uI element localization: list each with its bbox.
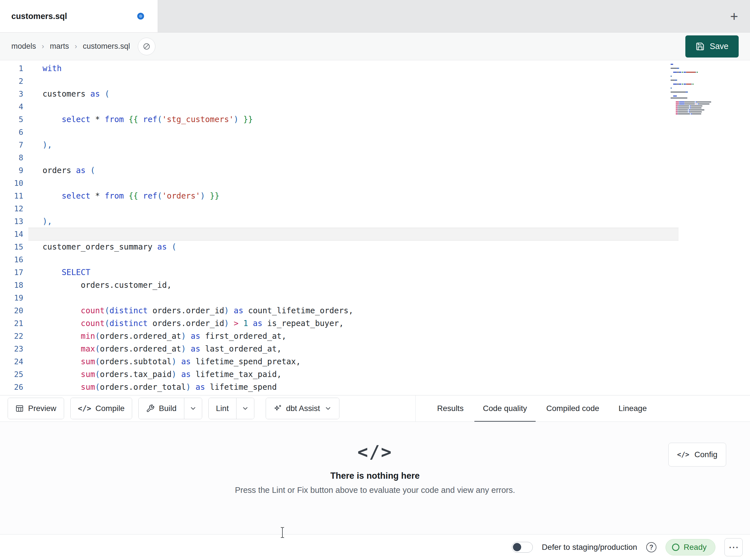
tab-code-quality[interactable]: Code quality: [473, 395, 537, 421]
save-button-label: Save: [710, 42, 728, 51]
code-line-text: [28, 228, 678, 241]
line-number: 13: [0, 215, 28, 228]
line-number: 21: [0, 317, 28, 330]
build-dropdown-button[interactable]: [184, 398, 202, 419]
file-status-button[interactable]: [138, 38, 155, 55]
code-line[interactable]: 5 select * from {{ ref('stg_customers') …: [0, 113, 750, 126]
code-line[interactable]: 16: [0, 253, 750, 266]
line-number: 6: [0, 126, 28, 139]
minimap[interactable]: [671, 64, 719, 115]
tab-results[interactable]: Results: [428, 395, 473, 421]
code-line[interactable]: 25 sum(orders.tax_paid) as lifetime_tax_…: [0, 368, 750, 381]
code-line-text: ),: [28, 139, 678, 151]
new-tab-button[interactable]: +: [726, 0, 742, 33]
code-line-text: min(orders.ordered_at) as first_ordered_…: [28, 330, 678, 343]
lint-dropdown-button[interactable]: [236, 398, 254, 419]
code-line[interactable]: 22 min(orders.ordered_at) as first_order…: [0, 330, 750, 343]
code-line-text: [28, 151, 678, 164]
line-number: 26: [0, 381, 28, 393]
breadcrumb-item-marts[interactable]: marts: [50, 42, 69, 51]
preview-button[interactable]: Preview: [8, 398, 64, 419]
ready-ring-icon: [672, 544, 679, 551]
code-line-text: sum(orders.tax_paid) as lifetime_tax_pai…: [28, 368, 678, 381]
dbt-assist-button[interactable]: dbt Assist: [266, 398, 339, 419]
code-line[interactable]: 12: [0, 202, 750, 215]
dbt-assist-button-label: dbt Assist: [286, 404, 320, 413]
chevron-down-icon: [190, 405, 197, 412]
build-button-label: Build: [159, 404, 176, 413]
config-button[interactable]: </> Config: [668, 443, 726, 466]
tab-customers-sql[interactable]: customers.sql: [0, 0, 158, 32]
lint-button[interactable]: Lint: [209, 398, 236, 419]
chevron-down-icon: [324, 405, 332, 412]
table-icon: [15, 404, 24, 413]
breadcrumb-separator-icon: ›: [42, 42, 44, 51]
line-number: 1: [0, 62, 28, 75]
code-line-text: customers as (: [28, 87, 678, 100]
circle-slash-icon: [142, 42, 151, 51]
code-line[interactable]: 10: [0, 177, 750, 189]
code-line-text: sum(orders.order_total) as lifetime_spen…: [28, 381, 678, 393]
save-button[interactable]: Save: [685, 36, 739, 58]
line-number: 4: [0, 100, 28, 113]
code-line-text: select * from {{ ref('stg_customers') }}: [28, 113, 678, 126]
lint-button-label: Lint: [216, 404, 229, 413]
line-number: 16: [0, 253, 28, 266]
panel-tabs: ResultsCode qualityCompiled codeLineage: [428, 395, 656, 421]
line-number: 20: [0, 304, 28, 317]
code-line[interactable]: 1with: [0, 62, 750, 75]
defer-toggle[interactable]: [512, 542, 533, 553]
compile-button[interactable]: </> Compile: [71, 398, 132, 419]
line-number: 3: [0, 87, 28, 100]
code-line[interactable]: 11 select * from {{ ref('orders') }}: [0, 189, 750, 202]
line-number: 19: [0, 291, 28, 304]
build-button[interactable]: Build: [139, 398, 184, 419]
code-editor[interactable]: 1with23customers as (45 select * from {{…: [0, 60, 750, 395]
editor-tab-bar: customers.sql +: [0, 0, 750, 33]
code-line-text: ),: [28, 215, 678, 228]
code-line[interactable]: 4: [0, 100, 750, 113]
code-icon: </>: [0, 442, 750, 462]
line-number: 7: [0, 139, 28, 151]
code-line[interactable]: 7),: [0, 139, 750, 151]
code-line[interactable]: 17 SELECT: [0, 266, 750, 279]
code-line[interactable]: 24 sum(orders.subtotal) as lifetime_spen…: [0, 355, 750, 368]
code-line[interactable]: 15customer_orders_summary as (: [0, 241, 750, 253]
code-line[interactable]: 26 sum(orders.order_total) as lifetime_s…: [0, 381, 750, 393]
code-line-text: [28, 253, 678, 266]
code-line-text: orders.customer_id,: [28, 279, 678, 291]
code-line[interactable]: 3customers as (: [0, 87, 750, 100]
build-button-group: Build: [138, 398, 202, 419]
toolbar-actions: Preview </> Compile Build: [8, 398, 339, 419]
code-line[interactable]: 23 max(orders.ordered_at) as last_ordere…: [0, 343, 750, 355]
code-line[interactable]: 8: [0, 151, 750, 164]
line-number: 12: [0, 202, 28, 215]
toggle-knob-icon: [513, 543, 521, 551]
code-line[interactable]: 18 orders.customer_id,: [0, 279, 750, 291]
code-line[interactable]: 14: [0, 228, 750, 241]
code-line[interactable]: 13),: [0, 215, 750, 228]
status-badge-label: Ready: [684, 543, 707, 552]
code-line[interactable]: 20 count(distinct orders.order_id) as co…: [0, 304, 750, 317]
code-icon: </>: [677, 451, 689, 459]
status-bar: Defer to staging/production ? Ready ⋯: [0, 534, 750, 560]
overflow-menu-button[interactable]: ⋯: [725, 538, 743, 556]
code-line[interactable]: 2: [0, 75, 750, 87]
code-line-text: max(orders.ordered_at) as last_ordered_a…: [28, 343, 678, 355]
tab-compiled-code[interactable]: Compiled code: [537, 395, 609, 421]
code-line-text: [28, 75, 678, 87]
help-icon[interactable]: ?: [646, 542, 656, 552]
code-line[interactable]: 21 count(distinct orders.order_id) > 1 a…: [0, 317, 750, 330]
line-number: 8: [0, 151, 28, 164]
empty-state-title: There is nothing here: [0, 471, 750, 481]
tab-title: customers.sql: [11, 12, 67, 21]
code-line[interactable]: 6: [0, 126, 750, 139]
unsaved-changes-icon: [137, 13, 144, 20]
line-number: 23: [0, 343, 28, 355]
toolbar-divider: [415, 395, 416, 421]
breadcrumb-item-models[interactable]: models: [11, 42, 36, 51]
tab-lineage[interactable]: Lineage: [609, 395, 656, 421]
code-line[interactable]: 19: [0, 291, 750, 304]
code-line[interactable]: 9orders as (: [0, 164, 750, 177]
dbt-assist-button-group: dbt Assist: [266, 398, 339, 419]
